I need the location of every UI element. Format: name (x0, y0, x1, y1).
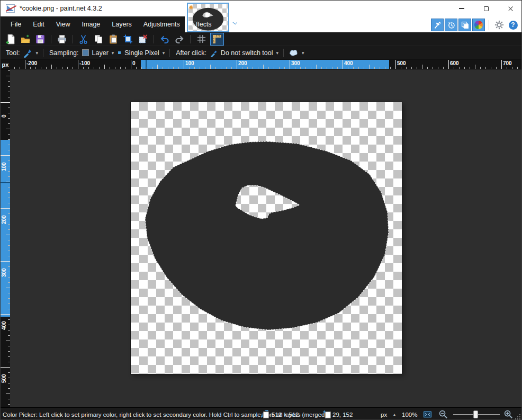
zoom-out-button[interactable] (438, 408, 448, 420)
zoom-in-button[interactable] (503, 408, 514, 420)
unit-caret-icon[interactable]: ▴ (393, 408, 395, 420)
single-pixel-icon (118, 51, 121, 54)
separator (154, 35, 154, 43)
cookie-shape-with-selection (131, 102, 402, 374)
history-clock-icon (447, 21, 456, 30)
after-click-dropdown-arrow[interactable]: ▾ (276, 50, 279, 56)
separator (190, 35, 191, 43)
image-size-icon (261, 408, 271, 420)
layers-icon (461, 21, 470, 30)
h-ruler-label: 500 (397, 60, 406, 66)
v-ruler-label: 200 (1, 205, 7, 224)
paintnet-window: *cookie.png - paint.net 4.3.2 (0, 0, 522, 420)
menu-layers[interactable]: Layers (106, 16, 138, 32)
menu-image[interactable]: Image (76, 16, 106, 32)
window-controls (449, 1, 522, 16)
vertical-ruler: 0 100 200 300 400 500 (1, 69, 10, 407)
pixel-mode-value[interactable]: Single Pixel (124, 49, 159, 57)
color-picker-tool-icon[interactable] (23, 48, 32, 58)
v-ruler-label: 0 (1, 99, 7, 118)
ruler-unit-label: px (1, 60, 10, 69)
sampling-swatch-icon (82, 49, 89, 56)
tool-label: Tool: (6, 49, 20, 57)
title-bar: *cookie.png - paint.net 4.3.2 (1, 1, 522, 16)
unit-selector[interactable]: px (381, 408, 387, 420)
selection-clipping-icon[interactable] (289, 48, 299, 57)
paste-button[interactable] (107, 33, 119, 45)
help-button[interactable]: ? (507, 19, 519, 31)
copy-button[interactable] (93, 33, 104, 45)
copy-icon (93, 34, 104, 44)
save-button[interactable] (34, 33, 46, 45)
separator (43, 49, 43, 57)
color-wheel-icon (474, 21, 483, 29)
h-ruler-label: 400 (344, 60, 353, 66)
layers-window-toggle[interactable] (458, 19, 471, 31)
separator (169, 49, 170, 57)
history-window-toggle[interactable] (445, 19, 457, 31)
image-list-chevron-icon[interactable] (232, 21, 238, 26)
toolbar (1, 32, 522, 46)
cursor-position-icon (322, 408, 332, 420)
pixel-mode-dropdown-arrow[interactable]: ▾ (163, 50, 165, 56)
crop-icon (123, 34, 133, 44)
grid-icon (196, 34, 206, 44)
colors-window-toggle[interactable] (472, 19, 485, 31)
sampling-value[interactable]: Layer (92, 49, 109, 57)
undo-icon (159, 34, 170, 44)
grid-toggle-button[interactable] (195, 33, 207, 45)
cut-button[interactable] (78, 33, 89, 45)
minimize-icon (459, 8, 464, 9)
sampling-dropdown-arrow[interactable]: ▾ (112, 50, 114, 56)
canvas[interactable] (131, 102, 402, 374)
zoom-level-value[interactable]: 100% (402, 408, 417, 420)
redo-icon (174, 34, 185, 44)
tool-options-bar: Tool: ▾ Sampling: Layer ▾ Single Pixel ▾… (1, 46, 522, 60)
v-ruler-label: 500 (1, 364, 7, 383)
save-floppy-icon (35, 34, 46, 44)
close-icon (508, 6, 514, 12)
zoom-slider-thumb[interactable] (473, 410, 478, 418)
new-button[interactable] (5, 33, 16, 45)
minimize-button[interactable] (449, 1, 474, 16)
redo-button[interactable] (174, 33, 185, 45)
workspace (10, 69, 522, 407)
maximize-button[interactable] (474, 1, 498, 16)
separator (489, 20, 489, 30)
menu-view[interactable]: View (50, 16, 76, 32)
v-ruler-label: 400 (1, 311, 7, 330)
h-ruler-label: -200 (26, 60, 37, 66)
tool-dropdown-arrow[interactable]: ▾ (35, 50, 38, 56)
separator (51, 35, 51, 43)
zoom-to-window-button[interactable] (423, 408, 432, 420)
tools-window-toggle[interactable] (431, 19, 444, 31)
v-ruler-label: 300 (1, 258, 7, 277)
menu-effects[interactable]: Effects (186, 16, 218, 32)
hammer-icon (433, 21, 442, 30)
unsaved-star-icon (189, 5, 193, 10)
open-button[interactable] (20, 33, 31, 45)
rulers-toggle-button[interactable] (210, 33, 224, 46)
status-bar: Color Picker: Left click to set primary … (1, 407, 522, 420)
deselect-button[interactable] (137, 33, 149, 45)
utility-buttons: ? (431, 18, 519, 32)
settings-button[interactable] (493, 19, 506, 31)
close-button[interactable] (498, 1, 522, 16)
sampling-label: Sampling: (49, 49, 79, 57)
cursor-position-value: 29, 152 (332, 408, 353, 420)
v-ruler-ticks (1, 69, 10, 407)
selection-dropdown-arrow[interactable]: ▾ (302, 50, 304, 56)
window-title: *cookie.png - paint.net 4.3.2 (20, 5, 102, 12)
new-file-icon (5, 34, 16, 44)
crop-button[interactable] (122, 33, 134, 45)
h-ruler-label: -100 (79, 60, 90, 66)
h-ruler-label: 700 (503, 60, 512, 66)
undo-button[interactable] (159, 33, 170, 45)
menu-edit[interactable]: Edit (27, 16, 50, 32)
menu-file[interactable]: File (5, 16, 27, 32)
printer-icon (57, 34, 67, 44)
print-button[interactable] (56, 33, 68, 45)
after-click-value[interactable]: Do not switch tool (221, 49, 273, 57)
menu-adjustments[interactable]: Adjustments (138, 16, 186, 32)
resize-grip[interactable] (515, 413, 521, 420)
